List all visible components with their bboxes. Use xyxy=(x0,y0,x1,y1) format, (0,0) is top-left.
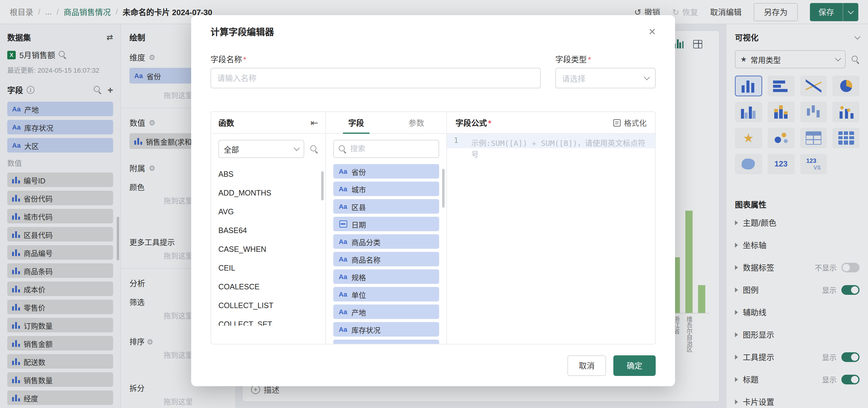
chevron-down-icon xyxy=(294,145,300,151)
field-name: 产地 xyxy=(351,307,366,317)
function-item[interactable]: COALESCE xyxy=(218,278,318,297)
field-chip[interactable]: 日期 xyxy=(333,217,439,231)
scrollbar[interactable] xyxy=(321,171,323,200)
field-type-icon xyxy=(338,220,348,228)
field-search-box[interactable] xyxy=(333,140,439,158)
field-name: 库存状况 xyxy=(351,324,380,334)
function-category-value: 全部 xyxy=(224,143,239,155)
search-icon xyxy=(339,145,347,153)
formula-placeholder: 示例:SUM([A]) + SUM([B])，请使用英文标点符号 xyxy=(465,134,655,344)
field-name: 商品名称 xyxy=(351,254,380,264)
modal-title: 计算字段编辑器 xyxy=(211,25,274,37)
field-type-icon xyxy=(338,238,348,245)
collapse-functions-icon[interactable] xyxy=(311,117,318,128)
functions-column: 函数 全部 ABS xyxy=(211,112,326,344)
function-list: ABS ADD_MONTHS AVG BASE64 CASE_WHEN CEIL xyxy=(218,165,318,326)
search-functions-icon[interactable] xyxy=(310,145,318,153)
line-number: 1 xyxy=(447,134,465,344)
formula-label: 字段公式 xyxy=(456,117,491,128)
field-type-icon xyxy=(338,326,348,333)
modal-field-list: 省份 城市 区县 xyxy=(333,164,439,344)
field-name-input[interactable] xyxy=(211,68,541,88)
field-name: 规格 xyxy=(351,271,366,282)
field-search-input[interactable] xyxy=(350,145,434,153)
field-chip[interactable]: 产地 xyxy=(333,304,439,319)
field-type-icon xyxy=(338,203,348,210)
confirm-button[interactable]: 确定 xyxy=(613,355,656,376)
tab-params[interactable]: 参数 xyxy=(386,112,446,133)
field-type-icon xyxy=(338,256,348,263)
format-button[interactable]: 格式化 xyxy=(614,117,647,128)
field-type-icon xyxy=(338,291,348,298)
field-name: 日期 xyxy=(351,219,366,229)
field-type-placeholder: 请选择 xyxy=(562,72,586,84)
function-item[interactable]: ABS xyxy=(218,165,318,184)
field-chip[interactable]: 商品分类 xyxy=(333,234,439,249)
close-icon[interactable] xyxy=(649,25,656,37)
functions-title: 函数 xyxy=(218,117,234,128)
field-name: 城市 xyxy=(351,184,366,194)
app-root: 根目录 / ... / 商品销售情况 / 未命名的卡片 2024-07-30 撤… xyxy=(0,0,868,408)
field-chip[interactable]: 省份 xyxy=(333,164,439,179)
field-type-icon xyxy=(338,185,348,193)
function-item[interactable]: CASE_WHEN xyxy=(218,240,318,259)
fields-tabs: 字段 参数 xyxy=(326,112,446,134)
field-name: 单位 xyxy=(351,289,366,299)
field-name-label: 字段名称 xyxy=(211,53,541,63)
cancel-button[interactable]: 取消 xyxy=(567,355,606,376)
function-item[interactable]: AVG xyxy=(218,203,318,222)
field-chip[interactable]: 城市 xyxy=(333,182,439,196)
field-chip[interactable]: 单位 xyxy=(333,287,439,301)
field-type-icon xyxy=(338,168,348,175)
chevron-down-icon xyxy=(644,74,650,80)
scrollbar[interactable] xyxy=(442,169,444,208)
function-item[interactable]: BASE64 xyxy=(218,222,318,240)
field-type-icon xyxy=(338,308,348,315)
calculated-field-editor-modal: 计算字段编辑器 字段名称 字段类型 请选择 函数 xyxy=(191,15,675,386)
tab-fields[interactable]: 字段 xyxy=(326,112,386,133)
function-category-select[interactable]: 全部 xyxy=(218,140,304,158)
fields-column: 字段 参数 省份 xyxy=(326,112,447,344)
field-type-icon xyxy=(338,273,348,280)
function-item[interactable]: ADD_MONTHS xyxy=(218,184,318,203)
function-item[interactable]: COLLECT_LIST xyxy=(218,297,318,315)
field-type-select[interactable]: 请选择 xyxy=(555,68,656,88)
function-item[interactable]: CEIL xyxy=(218,259,318,278)
formula-column: 字段公式 格式化 1 示例:SUM([A]) + SUM([B])，请使用英文标… xyxy=(447,112,655,344)
formula-editor[interactable]: 1 示例:SUM([A]) + SUM([B])，请使用英文标点符号 xyxy=(447,134,655,344)
format-icon xyxy=(614,119,621,126)
field-name: 省份 xyxy=(351,166,366,176)
field-chip[interactable]: 库存状况 xyxy=(333,322,439,337)
field-chip[interactable]: 商品名称 xyxy=(333,252,439,266)
field-chip[interactable]: 规格 xyxy=(333,269,439,284)
field-name: 区县 xyxy=(351,201,366,211)
field-name: 商品分类 xyxy=(351,236,380,247)
field-type-label: 字段类型 xyxy=(555,53,656,63)
field-chip[interactable]: 区县 xyxy=(333,199,439,214)
function-item[interactable]: COLLECT_SET xyxy=(218,315,318,326)
